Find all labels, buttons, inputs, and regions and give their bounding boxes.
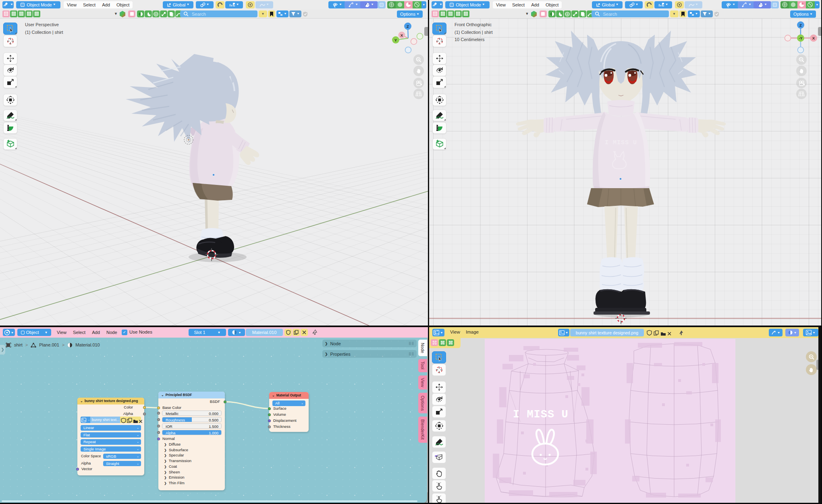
svg-text:Z: Z	[407, 24, 409, 29]
svg-text:X: X	[401, 33, 403, 37]
svg-text:-Y: -Y	[799, 36, 803, 40]
svg-text:Y: Y	[394, 38, 397, 42]
svg-text:Z: Z	[799, 23, 802, 27]
svg-text:X: X	[812, 36, 815, 40]
svg-text:I MISS U: I MISS U	[605, 139, 637, 146]
svg-text:I MISS U: I MISS U	[513, 409, 569, 421]
